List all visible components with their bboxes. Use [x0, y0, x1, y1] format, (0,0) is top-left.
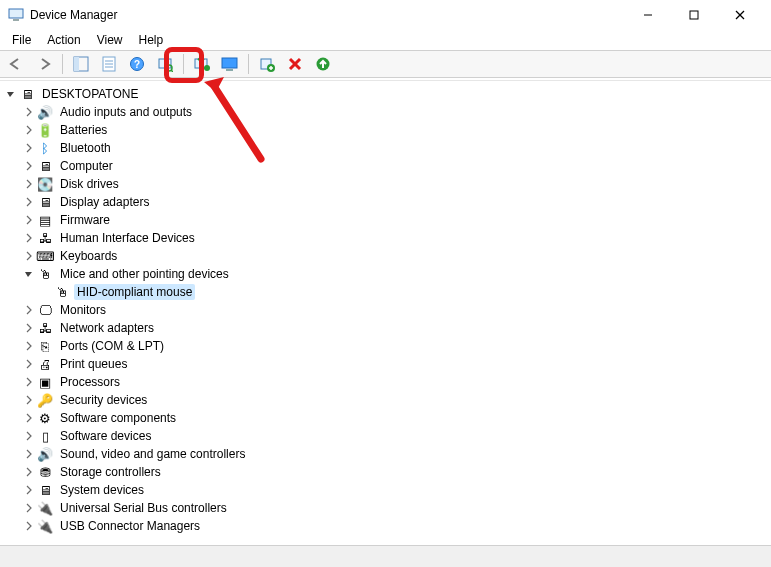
tree-category[interactable]: ⚙ Software components: [0, 409, 771, 427]
expand-chevron-icon[interactable]: [22, 195, 36, 209]
back-button[interactable]: [4, 52, 28, 76]
tree-category[interactable]: ▣ Processors: [0, 373, 771, 391]
device-category-icon: 🖧: [37, 230, 53, 246]
tree-category-label: USB Connector Managers: [57, 518, 203, 534]
svg-rect-14: [159, 59, 171, 68]
show-console-tree-button[interactable]: [69, 52, 93, 76]
menu-view[interactable]: View: [89, 31, 131, 49]
svg-rect-20: [226, 69, 233, 71]
scan-hardware-button[interactable]: [153, 52, 177, 76]
expand-chevron-icon[interactable]: [22, 159, 36, 173]
expand-chevron-icon[interactable]: [22, 393, 36, 407]
statusbar: [0, 545, 771, 567]
tree-category[interactable]: 🔌 USB Connector Managers: [0, 517, 771, 535]
tree-category[interactable]: ᛒ Bluetooth: [0, 139, 771, 157]
device-tree[interactable]: 🖥 DESKTOPATONE 🔊 Audio inputs and output…: [0, 80, 771, 545]
device-category-icon: 🔋: [37, 122, 53, 138]
expand-chevron-icon[interactable]: [22, 375, 36, 389]
expand-chevron-icon[interactable]: [22, 231, 36, 245]
titlebar: Device Manager: [0, 0, 771, 30]
tree-category[interactable]: 🔋 Batteries: [0, 121, 771, 139]
tree-category[interactable]: 🔊 Sound, video and game controllers: [0, 445, 771, 463]
tree-category[interactable]: 🖱 Mice and other pointing devices: [0, 265, 771, 283]
tree-category[interactable]: 💽 Disk drives: [0, 175, 771, 193]
tree-category-label: Software components: [57, 410, 179, 426]
device-category-icon: 🔊: [37, 104, 53, 120]
tree-category[interactable]: 🖥 Display adapters: [0, 193, 771, 211]
expand-chevron-icon[interactable]: [22, 519, 36, 533]
add-legacy-button[interactable]: [255, 52, 279, 76]
device-category-icon: ᛒ: [37, 140, 53, 156]
svg-line-16: [171, 70, 173, 72]
tree-category-label: Mice and other pointing devices: [57, 266, 232, 282]
tree-category[interactable]: 🔑 Security devices: [0, 391, 771, 409]
toolbar-separator: [183, 54, 184, 74]
tree-category[interactable]: 🔌 Universal Serial Bus controllers: [0, 499, 771, 517]
tree-device[interactable]: 🖱 HID-compliant mouse: [0, 283, 771, 301]
tree-category[interactable]: ▯ Software devices: [0, 427, 771, 445]
menu-file[interactable]: File: [4, 31, 39, 49]
tree-category[interactable]: ⎘ Ports (COM & LPT): [0, 337, 771, 355]
window-title: Device Manager: [30, 8, 625, 22]
tree-category-label: Processors: [57, 374, 123, 390]
tree-root-label: DESKTOPATONE: [39, 86, 141, 102]
update-driver-button[interactable]: [190, 52, 214, 76]
expand-chevron-icon[interactable]: [22, 465, 36, 479]
tree-root[interactable]: 🖥 DESKTOPATONE: [0, 85, 771, 103]
help-button[interactable]: ?: [125, 52, 149, 76]
properties-button[interactable]: [97, 52, 121, 76]
device-category-icon: 🔌: [37, 500, 53, 516]
minimize-button[interactable]: [625, 0, 671, 30]
tree-category-label: Software devices: [57, 428, 154, 444]
svg-rect-3: [690, 11, 698, 19]
svg-text:?: ?: [134, 59, 140, 70]
device-category-icon: 🖥: [37, 194, 53, 210]
expand-chevron-icon[interactable]: [22, 501, 36, 515]
tree-category[interactable]: 🖵 Monitors: [0, 301, 771, 319]
svg-rect-1: [13, 19, 19, 21]
tree-category[interactable]: 🔊 Audio inputs and outputs: [0, 103, 771, 121]
expand-chevron-icon[interactable]: [22, 483, 36, 497]
tree-category[interactable]: ⛃ Storage controllers: [0, 463, 771, 481]
expand-chevron-icon[interactable]: [22, 123, 36, 137]
device-category-icon: 🖵: [37, 302, 53, 318]
tree-category[interactable]: 🖧 Human Interface Devices: [0, 229, 771, 247]
app-icon: [8, 7, 24, 23]
maximize-button[interactable]: [671, 0, 717, 30]
tree-category-label: Ports (COM & LPT): [57, 338, 167, 354]
tree-category[interactable]: 🖥 Computer: [0, 157, 771, 175]
expand-chevron-icon[interactable]: [4, 87, 18, 101]
menu-help[interactable]: Help: [131, 31, 172, 49]
tree-category-label: Print queues: [57, 356, 130, 372]
expand-chevron-icon[interactable]: [22, 339, 36, 353]
expand-chevron-icon[interactable]: [22, 429, 36, 443]
close-button[interactable]: [717, 0, 763, 30]
tree-category-label: Keyboards: [57, 248, 120, 264]
device-category-icon: 🔌: [37, 518, 53, 534]
enable-button[interactable]: [311, 52, 335, 76]
expand-chevron-icon[interactable]: [22, 177, 36, 191]
tree-category[interactable]: 🖧 Network adapters: [0, 319, 771, 337]
expand-chevron-icon[interactable]: [22, 105, 36, 119]
expand-chevron-icon[interactable]: [22, 321, 36, 335]
expand-chevron-icon[interactable]: [22, 213, 36, 227]
forward-button[interactable]: [32, 52, 56, 76]
expand-chevron-icon[interactable]: [22, 267, 36, 281]
expand-chevron-icon[interactable]: [22, 411, 36, 425]
expand-chevron-icon[interactable]: [22, 303, 36, 317]
expand-chevron-icon[interactable]: [22, 249, 36, 263]
tree-category-label: Human Interface Devices: [57, 230, 198, 246]
expand-chevron-icon[interactable]: [22, 447, 36, 461]
tree-category[interactable]: ⌨ Keyboards: [0, 247, 771, 265]
tree-category[interactable]: ▤ Firmware: [0, 211, 771, 229]
monitor-devices-button[interactable]: [218, 52, 242, 76]
tree-category[interactable]: 🖨 Print queues: [0, 355, 771, 373]
tree-category-label: Batteries: [57, 122, 110, 138]
device-category-icon: 💽: [37, 176, 53, 192]
expand-chevron-icon[interactable]: [22, 141, 36, 155]
menu-action[interactable]: Action: [39, 31, 88, 49]
tree-category[interactable]: 🖥 System devices: [0, 481, 771, 499]
uninstall-button[interactable]: [283, 52, 307, 76]
device-category-icon: ⌨: [37, 248, 53, 264]
expand-chevron-icon[interactable]: [22, 357, 36, 371]
